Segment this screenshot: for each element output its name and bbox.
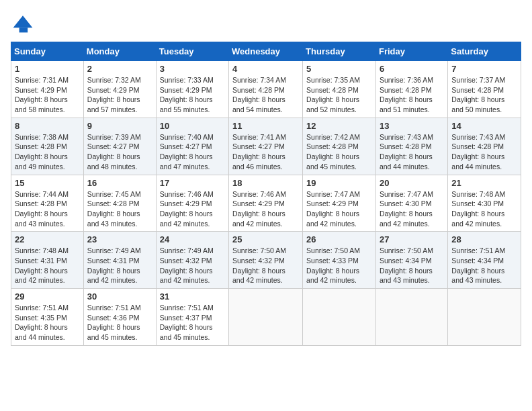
- calendar-cell: 12 Sunrise: 7:42 AM Sunset: 4:28 PM Dayl…: [303, 118, 376, 175]
- day-number: 3: [160, 64, 225, 74]
- day-info: Sunrise: 7:48 AM Sunset: 4:30 PM Dayligh…: [451, 189, 517, 229]
- day-info: Sunrise: 7:33 AM Sunset: 4:29 PM Dayligh…: [160, 75, 225, 115]
- calendar-cell: 20 Sunrise: 7:47 AM Sunset: 4:30 PM Dayl…: [375, 175, 447, 232]
- logo: [11, 11, 39, 35]
- day-info: Sunrise: 7:34 AM Sunset: 4:28 PM Dayligh…: [232, 75, 299, 115]
- day-number: 21: [451, 178, 517, 188]
- calendar-cell: 8 Sunrise: 7:38 AM Sunset: 4:28 PM Dayli…: [11, 118, 84, 175]
- calendar-cell: 25 Sunrise: 7:50 AM Sunset: 4:32 PM Dayl…: [229, 232, 303, 289]
- day-number: 2: [87, 64, 152, 74]
- day-number: 7: [451, 64, 517, 74]
- day-info: Sunrise: 7:51 AM Sunset: 4:37 PM Dayligh…: [160, 303, 225, 342]
- day-info: Sunrise: 7:50 AM Sunset: 4:32 PM Dayligh…: [232, 246, 299, 285]
- day-number: 27: [380, 234, 444, 244]
- day-number: 23: [87, 234, 152, 244]
- day-header-thursday: Thursday: [303, 42, 376, 61]
- calendar-cell: [375, 289, 447, 346]
- day-number: 16: [87, 178, 152, 188]
- day-info: Sunrise: 7:38 AM Sunset: 4:28 PM Dayligh…: [15, 132, 80, 172]
- day-number: 15: [15, 178, 80, 188]
- day-info: Sunrise: 7:49 AM Sunset: 4:32 PM Dayligh…: [160, 246, 225, 285]
- calendar-cell: 9 Sunrise: 7:39 AM Sunset: 4:27 PM Dayli…: [83, 118, 156, 175]
- day-info: Sunrise: 7:48 AM Sunset: 4:31 PM Dayligh…: [15, 246, 80, 285]
- calendar-cell: 27 Sunrise: 7:50 AM Sunset: 4:34 PM Dayl…: [375, 232, 447, 289]
- calendar-cell: 10 Sunrise: 7:40 AM Sunset: 4:27 PM Dayl…: [156, 118, 228, 175]
- calendar-week-2: 8 Sunrise: 7:38 AM Sunset: 4:28 PM Dayli…: [11, 118, 521, 175]
- day-number: 13: [380, 121, 444, 131]
- day-info: Sunrise: 7:43 AM Sunset: 4:28 PM Dayligh…: [451, 132, 517, 172]
- day-number: 29: [15, 291, 80, 302]
- day-header-tuesday: Tuesday: [156, 42, 228, 61]
- day-number: 28: [451, 234, 517, 244]
- header: [11, 11, 521, 35]
- day-number: 18: [232, 178, 299, 188]
- calendar-cell: 28 Sunrise: 7:51 AM Sunset: 4:34 PM Dayl…: [448, 232, 521, 289]
- day-info: Sunrise: 7:37 AM Sunset: 4:28 PM Dayligh…: [451, 75, 517, 115]
- calendar-week-3: 15 Sunrise: 7:44 AM Sunset: 4:28 PM Dayl…: [11, 175, 521, 232]
- day-number: 1: [15, 64, 80, 74]
- day-info: Sunrise: 7:50 AM Sunset: 4:33 PM Dayligh…: [306, 246, 372, 285]
- day-info: Sunrise: 7:51 AM Sunset: 4:34 PM Dayligh…: [451, 246, 517, 285]
- calendar-cell: 14 Sunrise: 7:43 AM Sunset: 4:28 PM Dayl…: [448, 118, 521, 175]
- calendar-cell: 6 Sunrise: 7:36 AM Sunset: 4:28 PM Dayli…: [375, 61, 447, 118]
- day-number: 14: [451, 121, 517, 131]
- day-number: 5: [306, 64, 372, 74]
- day-info: Sunrise: 7:43 AM Sunset: 4:28 PM Dayligh…: [380, 132, 444, 172]
- day-info: Sunrise: 7:51 AM Sunset: 4:36 PM Dayligh…: [87, 303, 152, 342]
- day-number: 10: [160, 121, 225, 131]
- day-info: Sunrise: 7:44 AM Sunset: 4:28 PM Dayligh…: [15, 189, 80, 229]
- calendar-week-1: 1 Sunrise: 7:31 AM Sunset: 4:29 PM Dayli…: [11, 61, 521, 118]
- calendar-header-row: SundayMondayTuesdayWednesdayThursdayFrid…: [11, 42, 521, 61]
- day-info: Sunrise: 7:46 AM Sunset: 4:29 PM Dayligh…: [160, 189, 225, 229]
- day-info: Sunrise: 7:45 AM Sunset: 4:28 PM Dayligh…: [87, 189, 152, 229]
- calendar-cell: 1 Sunrise: 7:31 AM Sunset: 4:29 PM Dayli…: [11, 61, 84, 118]
- calendar-cell: 22 Sunrise: 7:48 AM Sunset: 4:31 PM Dayl…: [11, 232, 84, 289]
- day-info: Sunrise: 7:39 AM Sunset: 4:27 PM Dayligh…: [87, 132, 152, 172]
- logo-icon: [11, 11, 35, 35]
- day-number: 20: [380, 178, 444, 188]
- calendar-cell: 18 Sunrise: 7:46 AM Sunset: 4:29 PM Dayl…: [229, 175, 303, 232]
- day-header-sunday: Sunday: [11, 42, 84, 61]
- day-info: Sunrise: 7:50 AM Sunset: 4:34 PM Dayligh…: [380, 246, 444, 285]
- day-info: Sunrise: 7:31 AM Sunset: 4:29 PM Dayligh…: [15, 75, 80, 115]
- day-info: Sunrise: 7:47 AM Sunset: 4:29 PM Dayligh…: [306, 189, 372, 229]
- calendar-cell: [448, 289, 521, 346]
- calendar-cell: 11 Sunrise: 7:41 AM Sunset: 4:27 PM Dayl…: [229, 118, 303, 175]
- calendar-cell: 4 Sunrise: 7:34 AM Sunset: 4:28 PM Dayli…: [229, 61, 303, 118]
- calendar-cell: 23 Sunrise: 7:49 AM Sunset: 4:31 PM Dayl…: [83, 232, 156, 289]
- day-number: 25: [232, 234, 299, 244]
- calendar-cell: [229, 289, 303, 346]
- calendar-cell: 26 Sunrise: 7:50 AM Sunset: 4:33 PM Dayl…: [303, 232, 376, 289]
- day-number: 24: [160, 234, 225, 244]
- day-number: 11: [232, 121, 299, 131]
- day-info: Sunrise: 7:35 AM Sunset: 4:28 PM Dayligh…: [306, 75, 372, 115]
- calendar-cell: 31 Sunrise: 7:51 AM Sunset: 4:37 PM Dayl…: [156, 289, 228, 346]
- day-info: Sunrise: 7:32 AM Sunset: 4:29 PM Dayligh…: [87, 75, 152, 115]
- day-number: 30: [87, 291, 152, 302]
- calendar-cell: 17 Sunrise: 7:46 AM Sunset: 4:29 PM Dayl…: [156, 175, 228, 232]
- calendar-week-4: 22 Sunrise: 7:48 AM Sunset: 4:31 PM Dayl…: [11, 232, 521, 289]
- svg-marker-1: [13, 15, 33, 28]
- calendar-cell: 13 Sunrise: 7:43 AM Sunset: 4:28 PM Dayl…: [375, 118, 447, 175]
- day-number: 8: [15, 121, 80, 131]
- day-number: 12: [306, 121, 372, 131]
- day-info: Sunrise: 7:41 AM Sunset: 4:27 PM Dayligh…: [232, 132, 299, 172]
- day-info: Sunrise: 7:49 AM Sunset: 4:31 PM Dayligh…: [87, 246, 152, 285]
- calendar-cell: 15 Sunrise: 7:44 AM Sunset: 4:28 PM Dayl…: [11, 175, 84, 232]
- day-number: 22: [15, 234, 80, 244]
- svg-marker-2: [19, 28, 28, 32]
- day-number: 6: [380, 64, 444, 74]
- calendar-cell: 19 Sunrise: 7:47 AM Sunset: 4:29 PM Dayl…: [303, 175, 376, 232]
- day-info: Sunrise: 7:42 AM Sunset: 4:28 PM Dayligh…: [306, 132, 372, 172]
- day-header-saturday: Saturday: [448, 42, 521, 61]
- day-number: 17: [160, 178, 225, 188]
- calendar-cell: 30 Sunrise: 7:51 AM Sunset: 4:36 PM Dayl…: [83, 289, 156, 346]
- calendar-cell: 7 Sunrise: 7:37 AM Sunset: 4:28 PM Dayli…: [448, 61, 521, 118]
- calendar-week-5: 29 Sunrise: 7:51 AM Sunset: 4:35 PM Dayl…: [11, 289, 521, 346]
- calendar-table: SundayMondayTuesdayWednesdayThursdayFrid…: [11, 42, 521, 346]
- day-number: 19: [306, 178, 372, 188]
- calendar-cell: 24 Sunrise: 7:49 AM Sunset: 4:32 PM Dayl…: [156, 232, 228, 289]
- calendar-cell: 16 Sunrise: 7:45 AM Sunset: 4:28 PM Dayl…: [83, 175, 156, 232]
- day-number: 9: [87, 121, 152, 131]
- day-info: Sunrise: 7:51 AM Sunset: 4:35 PM Dayligh…: [15, 303, 80, 342]
